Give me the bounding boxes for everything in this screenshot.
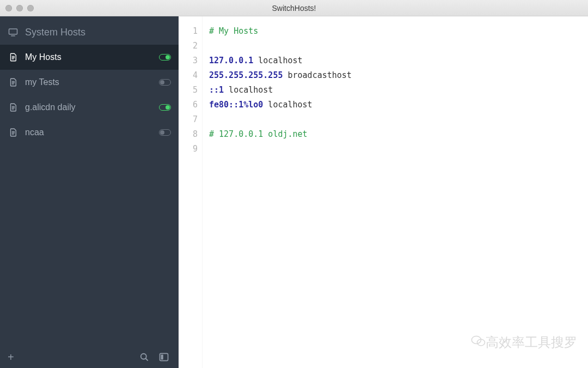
- sidebar-item-label: my Tests: [25, 77, 159, 87]
- enable-toggle[interactable]: [159, 79, 171, 86]
- enable-toggle[interactable]: [159, 104, 171, 111]
- line-number: 3: [179, 53, 198, 68]
- line-number: 2: [179, 39, 198, 53]
- sidebar-item-system-hosts[interactable]: System Hosts: [0, 20, 179, 45]
- monitor-icon: [8, 27, 19, 38]
- line-number: 1: [179, 24, 198, 39]
- code-line[interactable]: # My Hosts: [209, 24, 588, 39]
- editor[interactable]: 123456789 # My Hosts 127.0.0.1 localhost…: [179, 16, 588, 368]
- sidebar-bottom-bar: +: [0, 346, 179, 368]
- line-number: 4: [179, 68, 198, 83]
- panel-icon: [158, 352, 169, 363]
- add-button[interactable]: +: [8, 352, 14, 363]
- code-line[interactable]: ::1 localhost: [209, 83, 588, 98]
- file-icon: [8, 127, 19, 138]
- search-button[interactable]: [137, 350, 151, 364]
- search-icon: [139, 352, 150, 363]
- enable-toggle[interactable]: [159, 54, 171, 61]
- sidebar-item-host[interactable]: My Hosts: [0, 45, 179, 70]
- code-line[interactable]: # 127.0.0.1 oldj.net: [209, 127, 588, 142]
- svg-rect-17: [161, 354, 163, 359]
- window-controls: [5, 5, 34, 11]
- minimize-icon[interactable]: [16, 5, 23, 11]
- line-number: 9: [179, 142, 198, 156]
- sidebar: System Hosts My Hostsmy Testsg.alicdn da…: [0, 16, 179, 368]
- line-number: 6: [179, 98, 198, 112]
- line-number: 8: [179, 127, 198, 142]
- sidebar-item-host[interactable]: ncaa: [0, 120, 179, 145]
- line-number: 5: [179, 83, 198, 98]
- panel-toggle-button[interactable]: [157, 350, 171, 364]
- svg-line-15: [146, 359, 148, 361]
- sidebar-item-host[interactable]: my Tests: [0, 70, 179, 95]
- maximize-icon[interactable]: [27, 5, 34, 11]
- sidebar-item-label: System Hosts: [25, 27, 171, 38]
- sidebar-item-label: ncaa: [25, 128, 159, 137]
- code-line[interactable]: 127.0.0.1 localhost: [209, 53, 588, 68]
- code-line[interactable]: [209, 39, 588, 53]
- sidebar-item-label: My Hosts: [25, 52, 159, 62]
- enable-toggle[interactable]: [159, 129, 171, 136]
- sidebar-item-host[interactable]: g.alicdn daily: [0, 95, 179, 120]
- svg-point-14: [141, 354, 146, 359]
- sidebar-item-label: g.alicdn daily: [25, 102, 159, 112]
- file-icon: [8, 102, 19, 113]
- hosts-list: System Hosts My Hostsmy Testsg.alicdn da…: [0, 16, 179, 346]
- line-gutter: 123456789: [179, 16, 203, 368]
- code-line[interactable]: [209, 112, 588, 127]
- titlebar[interactable]: SwitchHosts!: [0, 0, 588, 16]
- file-icon: [8, 77, 19, 88]
- code-area[interactable]: # My Hosts 127.0.0.1 localhost255.255.25…: [203, 16, 588, 368]
- svg-rect-0: [9, 29, 17, 34]
- code-line[interactable]: [209, 142, 588, 156]
- file-icon: [8, 52, 19, 63]
- close-icon[interactable]: [5, 5, 12, 11]
- code-line[interactable]: fe80::1%lo0 localhost: [209, 98, 588, 112]
- window-title: SwitchHosts!: [0, 4, 588, 13]
- code-line[interactable]: 255.255.255.255 broadcasthost: [209, 68, 588, 83]
- line-number: 7: [179, 112, 198, 127]
